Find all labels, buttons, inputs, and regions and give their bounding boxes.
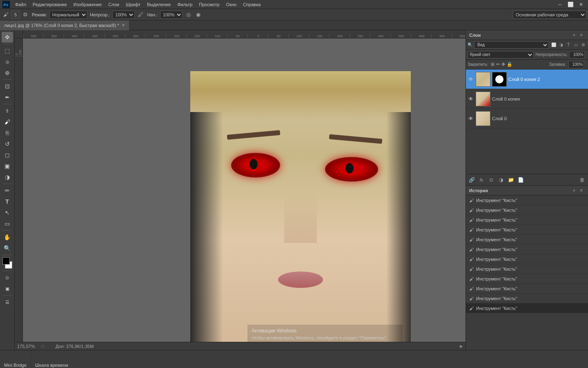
history-item[interactable]: 🖌 Инструмент "Кисть" xyxy=(466,245,588,254)
menu-window[interactable]: Окно xyxy=(223,1,240,8)
hand-tool[interactable]: ✋ xyxy=(2,232,13,242)
history-item[interactable]: 🖌 Инструмент "Кисть" xyxy=(466,235,588,245)
lock-move-icon[interactable]: ✥ xyxy=(501,62,505,67)
history-item[interactable]: 🖌 Инструмент "Кисть" xyxy=(466,264,588,274)
history-item[interactable]: 🖌 Инструмент "Кисть" xyxy=(466,254,588,264)
extra-tools-btn[interactable]: ☰ xyxy=(2,297,13,307)
canvas-viewport[interactable]: Активация Windows Чтобы активировать Win… xyxy=(23,38,466,350)
color-swatch[interactable] xyxy=(2,257,13,269)
healing-tool[interactable]: ⚕ xyxy=(2,105,13,116)
workspace-select[interactable]: Основная рабочая среда xyxy=(513,11,586,19)
doc-tab[interactable]: лицо1.jpg @ 176% (Слой 0 копия 2, Быстра… xyxy=(0,20,129,30)
brush-size-btn[interactable]: 5 xyxy=(11,11,20,19)
lock-transparent-icon[interactable]: ⊞ xyxy=(491,62,494,67)
menu-layers[interactable]: Слои xyxy=(105,1,122,8)
history-item-icon: 🖌 xyxy=(469,257,474,262)
layer-visibility-toggle[interactable]: 👁 xyxy=(468,76,474,83)
layers-panel-header: Слои « ≡ xyxy=(466,30,588,40)
close-button[interactable]: ✕ xyxy=(576,0,586,9)
history-panel-collapse-btn[interactable]: « xyxy=(571,187,577,194)
marquee-tool[interactable]: ⬚ xyxy=(2,45,13,56)
quick-select-tool[interactable]: ⊛ xyxy=(2,67,13,78)
layer-filter-select[interactable]: Вид xyxy=(474,41,549,49)
minimize-button[interactable]: ─ xyxy=(555,0,565,9)
fx-icon[interactable]: fx xyxy=(477,176,486,184)
dodge-tool[interactable]: ◑ xyxy=(2,172,13,182)
airbrush-icon[interactable]: 🖊 xyxy=(136,11,145,19)
layer-item[interactable]: 👁 Слой 0 xyxy=(466,109,588,128)
lock-paint-icon[interactable]: ✏ xyxy=(496,62,500,67)
panel-menu-btn[interactable]: ≡ xyxy=(578,32,585,38)
maximize-button[interactable]: ⬜ xyxy=(565,0,576,9)
foreground-color[interactable] xyxy=(2,257,10,265)
tablet-angle-icon[interactable]: ◉ xyxy=(194,11,202,19)
brush-settings-icon[interactable]: ⚙ xyxy=(21,11,29,19)
shape-kind-icon[interactable]: ▭ xyxy=(572,42,579,48)
tool-separator-3 xyxy=(3,104,12,104)
opacity-select[interactable]: 100% xyxy=(112,11,135,19)
history-item[interactable]: 🖌 Инструмент "Кисть" xyxy=(466,303,588,313)
shape-tool[interactable]: ▭ xyxy=(2,218,13,229)
history-item[interactable]: 🖌 Инструмент "Кисть" xyxy=(466,274,588,284)
layer-item[interactable]: 👁 Слой 0 копия xyxy=(466,89,588,109)
menu-view[interactable]: Просмотр xyxy=(196,1,222,8)
layer-visibility-toggle[interactable]: 👁 xyxy=(468,96,474,102)
pen-tool[interactable]: ✏ xyxy=(2,185,13,196)
mini-bridge-tab[interactable]: Mini Bridge xyxy=(0,350,31,368)
menu-edit[interactable]: Редактирование xyxy=(30,1,70,8)
smart-kind-icon[interactable]: ⚙ xyxy=(580,42,586,48)
history-item[interactable]: 🖌 Инструмент "Кисть" xyxy=(466,284,588,294)
move-tool[interactable]: ✥ xyxy=(2,32,13,43)
new-layer-icon[interactable]: 📄 xyxy=(517,176,525,184)
adjustment-icon[interactable]: ◑ xyxy=(497,176,505,184)
tool-separator-8 xyxy=(3,295,12,296)
menu-type[interactable]: Шрифт xyxy=(123,1,143,8)
type-tool[interactable]: T xyxy=(2,196,13,207)
quick-mask-btn[interactable]: ⊙ xyxy=(2,272,13,283)
crop-tool[interactable]: ⊡ xyxy=(2,81,13,92)
history-item[interactable]: 🖌 Инструмент "Кисть" xyxy=(466,215,588,225)
gradient-tool[interactable]: ▣ xyxy=(2,161,13,171)
layer-visibility-toggle[interactable]: 👁 xyxy=(468,115,474,122)
lasso-tool[interactable]: ⌾ xyxy=(2,56,13,67)
history-brush-tool[interactable]: ↺ xyxy=(2,139,13,149)
menu-file[interactable]: Файл xyxy=(12,1,29,8)
lock-label: Закрепить: xyxy=(468,62,488,67)
menu-image[interactable]: Изображение xyxy=(71,1,105,8)
menu-select[interactable]: Выделение xyxy=(144,1,174,8)
history-item[interactable]: 🖌 Инструмент "Кисть" xyxy=(466,294,588,303)
type-kind-icon[interactable]: T xyxy=(565,42,572,48)
history-panel-menu-btn[interactable]: ≡ xyxy=(578,187,585,194)
screen-mode-btn[interactable]: ▣ xyxy=(2,283,13,294)
doc-tab-close[interactable]: ✕ xyxy=(122,23,125,27)
menu-filter[interactable]: Фильтр xyxy=(174,1,195,8)
brush-tool[interactable]: 🖌 xyxy=(2,117,13,127)
history-item-icon: 🖌 xyxy=(469,247,474,252)
lock-all-icon[interactable]: 🔒 xyxy=(507,62,512,67)
opacity-input[interactable] xyxy=(569,51,585,58)
pressure-select[interactable]: 100% xyxy=(160,11,183,19)
tablet-pressure-icon[interactable]: ◎ xyxy=(184,11,192,19)
group-icon[interactable]: 📁 xyxy=(507,176,515,184)
link-icon[interactable]: 🔗 xyxy=(468,176,476,184)
adjust-kind-icon[interactable]: ◑ xyxy=(558,42,564,48)
history-item[interactable]: 🖌 Инструмент "Кисть" xyxy=(466,205,588,215)
layer-blend-mode-select[interactable]: Яркий свет xyxy=(468,51,534,58)
path-select-tool[interactable]: ↖ xyxy=(2,207,13,218)
blend-mode-select[interactable]: Нормальный xyxy=(49,11,87,19)
stamp-tool[interactable]: ⎘ xyxy=(2,128,13,138)
panel-collapse-btn[interactable]: « xyxy=(571,32,577,38)
timeline-tab[interactable]: Шкала времени xyxy=(31,350,72,368)
history-item[interactable]: 🖌 Инструмент "Кисть" xyxy=(466,225,588,235)
mask-icon[interactable]: ⊙ xyxy=(487,176,495,184)
menu-help[interactable]: Справка xyxy=(240,1,263,8)
brush-tool-icon[interactable]: 🖌 xyxy=(2,11,10,19)
eyedropper-tool[interactable]: ✒ xyxy=(2,92,13,103)
pixel-kind-icon[interactable]: ⬜ xyxy=(550,42,557,48)
delete-layer-icon[interactable]: 🗑 xyxy=(578,176,586,184)
history-item[interactable]: 🖌 Инструмент "Кисть" xyxy=(466,195,588,205)
eraser-tool[interactable]: ◻ xyxy=(2,150,13,160)
fill-input[interactable] xyxy=(568,61,584,68)
zoom-tool[interactable]: 🔍 xyxy=(2,243,13,254)
layer-item[interactable]: 👁 Слой 0 копия 2 xyxy=(466,70,588,89)
